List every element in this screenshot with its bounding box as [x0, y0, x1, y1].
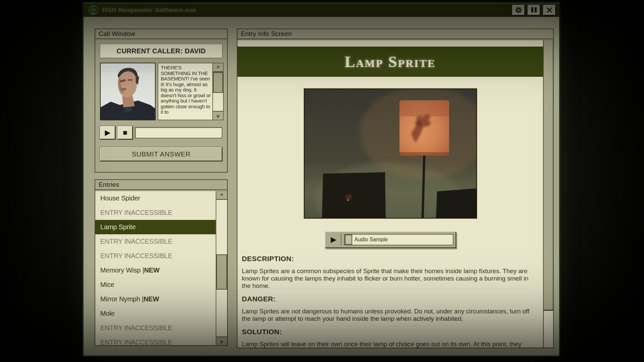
globe-app-icon [88, 5, 98, 15]
entry-list-item: ENTRY INACCESSIBLE [95, 249, 216, 263]
entry-list-item-label: ENTRY INACCESSIBLE [100, 324, 172, 332]
entry-title-banner: Lamp Sprite [237, 47, 543, 76]
entry-list-item-label: ENTRY INACCESSIBLE [100, 252, 172, 260]
entry-list-item-label: Mole [100, 310, 115, 317]
section-heading: DANGER: [242, 295, 534, 303]
scroll-up-arrow[interactable]: ^ [216, 191, 227, 200]
entry-photo-lamp [304, 88, 477, 219]
entry-list-item[interactable]: Memory Wisp | NEW [95, 263, 216, 278]
section-heading: DESCRIPTION: [242, 255, 534, 263]
window-title: HSH Responder Software.exe [102, 6, 196, 14]
call-progress-bar[interactable] [135, 127, 222, 138]
call-stop-button[interactable]: ■ [117, 126, 133, 139]
audio-sample-label: Audio Sample [352, 237, 388, 243]
crt-screen: HSH Responder Software.exe [0, 0, 644, 362]
entry-list-item[interactable]: Mole [95, 306, 216, 321]
entry-list-item-label: Lamp Sprite [100, 223, 136, 231]
entry-list-item-label: Mirror Nymph | [100, 295, 144, 303]
section-heading: SOLUTION: [242, 328, 534, 336]
entry-list-item: ENTRY INACCESSIBLE [95, 205, 216, 220]
call-window-panel: Call Window CURRENT CALLER: DAVID [95, 28, 228, 173]
scroll-down-arrow[interactable]: v [213, 111, 223, 120]
entry-info-header: Entry Info Screen [237, 29, 553, 39]
scrollbar-thumb[interactable] [216, 254, 227, 290]
app-window: HSH Responder Software.exe [83, 2, 560, 356]
entry-list-item[interactable]: House Spider [95, 191, 216, 205]
entry-list-item-label: Mice [100, 281, 114, 289]
audio-sample-player: ▶ Audio Sample [325, 231, 456, 248]
audio-slider-track[interactable]: Audio Sample [344, 234, 453, 245]
close-icon [546, 7, 552, 13]
entry-list-item-label: ENTRY INACCESSIBLE [100, 209, 172, 217]
gear-icon [515, 6, 522, 14]
entry-info-panel: Entry Info Screen Lamp Sprite [237, 28, 554, 348]
entry-description-text: DESCRIPTION: Lamp Sprites are a common s… [237, 248, 543, 348]
settings-button[interactable] [512, 5, 525, 15]
caller-transcript[interactable]: THERE'S SOMETHING IN THE BASEMENT! I've … [158, 63, 212, 120]
submit-answer-button[interactable]: SUBMIT ANSWER [100, 147, 222, 161]
scrollbar-thumb[interactable] [544, 40, 553, 311]
pause-icon [531, 7, 537, 12]
scroll-down-arrow[interactable]: v [216, 337, 227, 345]
call-play-button[interactable]: ▶ [100, 126, 115, 139]
entry-list-item: ENTRY INACCESSIBLE [95, 321, 216, 335]
entry-list-item-label: House Spider [100, 194, 140, 202]
entries-list: House SpiderENTRY INACCESSIBLELamp Sprit… [95, 191, 216, 345]
new-badge: NEW [144, 295, 159, 303]
entry-list-item-label: Memory Wisp | [100, 266, 144, 274]
play-icon: ▶ [105, 128, 111, 137]
entries-scrollbar[interactable]: ^ v [216, 191, 227, 345]
entry-list-item: ENTRY INACCESSIBLE [95, 234, 216, 249]
entry-list-item[interactable]: Mirror Nymph | NEW [95, 292, 216, 306]
audio-slider-handle[interactable] [345, 235, 352, 245]
entry-list-item-label: ENTRY INACCESSIBLE [100, 238, 172, 245]
pause-button[interactable] [528, 5, 540, 15]
entry-list-item[interactable]: Mice [95, 278, 216, 292]
close-button[interactable] [543, 5, 556, 15]
scrollbar-thumb[interactable] [213, 72, 223, 93]
section-body: Lamp Sprites are a common subspecies of … [242, 267, 534, 290]
section-body: Lamp Sprites are not dangerous to humans… [242, 308, 534, 322]
section-body: Lamp Sprites will leave on their own onc… [242, 341, 534, 348]
caller-photo [100, 63, 156, 120]
transcript-scrollbar[interactable]: ^ v [212, 63, 224, 120]
entries-panel: Entries House SpiderENTRY INACCESSIBLELa… [95, 179, 228, 346]
entry-info-scrollbar[interactable] [543, 40, 553, 348]
audio-play-button[interactable]: ▶ [327, 233, 341, 246]
entries-header: Entries [95, 180, 227, 190]
new-badge: NEW [144, 266, 159, 274]
call-window-header: Call Window [95, 29, 227, 39]
scroll-up-arrow[interactable]: ^ [213, 63, 223, 72]
title-bar: HSH Responder Software.exe [84, 3, 559, 17]
stop-icon: ■ [123, 128, 127, 137]
entry-title: Lamp Sprite [345, 53, 436, 71]
current-caller-banner: CURRENT CALLER: DAVID [100, 44, 222, 58]
entry-list-item[interactable]: Lamp Sprite [95, 220, 216, 234]
play-icon: ▶ [331, 235, 336, 244]
entry-list-item-label: ENTRY INACCESSIBLE [100, 339, 172, 345]
entry-list-item: ENTRY INACCESSIBLE [95, 335, 216, 345]
